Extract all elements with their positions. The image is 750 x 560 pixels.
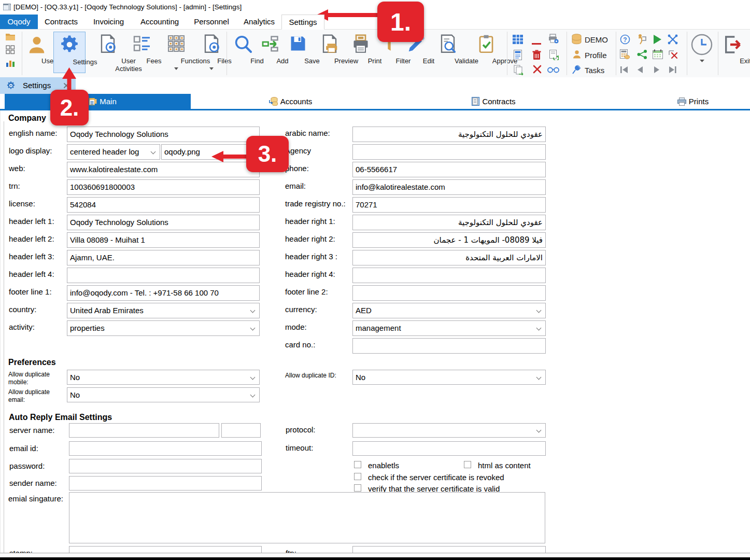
allow-duplicate-email-select[interactable]: No	[67, 387, 260, 402]
save-button[interactable]: Save	[284, 31, 312, 76]
add-button[interactable]: Add	[258, 31, 282, 76]
open-folder-icon[interactable]	[5, 32, 16, 43]
tab-accounts[interactable]: Accounts	[191, 94, 377, 109]
enabletls-checkbox[interactable]	[354, 461, 361, 468]
run-icon[interactable]	[653, 34, 662, 47]
exit-button[interactable]: Exit	[720, 31, 745, 76]
sender-name-input[interactable]	[69, 476, 262, 491]
delete-icon[interactable]	[532, 50, 541, 62]
mode-select[interactable]: management	[352, 320, 546, 336]
profile-icon[interactable]	[572, 49, 582, 61]
bar-chart-icon[interactable]	[6, 58, 15, 69]
check-revoked-checkbox[interactable]	[354, 473, 361, 480]
email-id-input[interactable]	[69, 441, 262, 456]
card-no-input[interactable]	[352, 338, 546, 354]
settings-button[interactable]: Settings	[53, 32, 86, 73]
nav-prev-icon[interactable]	[637, 66, 643, 75]
menu-settings[interactable]: Settings	[281, 15, 324, 30]
allow-duplicate-mobile-select[interactable]: No	[67, 370, 260, 385]
print-button[interactable]: Print	[347, 31, 375, 76]
english-name-input[interactable]: Oqody Technology Solutions	[67, 127, 260, 142]
html-as-content-checkbox[interactable]	[464, 461, 471, 468]
header-left-2-input[interactable]: Villa 08089 - Muihat 1	[67, 232, 260, 248]
presenter-icon[interactable]	[636, 34, 647, 47]
tab-main[interactable]: Main	[5, 94, 191, 109]
logo-display-select[interactable]: centered header log	[67, 144, 160, 160]
email-signature-textarea[interactable]	[69, 492, 545, 543]
nav-first-icon[interactable]	[620, 66, 628, 75]
clear-filter-icon[interactable]	[669, 50, 678, 61]
timeout-spinner[interactable]	[352, 441, 546, 456]
help-icon[interactable]: ?	[620, 34, 630, 47]
refresh-document-icon[interactable]	[548, 50, 559, 62]
protocol-select[interactable]	[352, 423, 546, 438]
calculator-icon[interactable]	[620, 49, 630, 62]
menu-accounting[interactable]: Accounting	[136, 15, 183, 29]
grid-icon[interactable]	[6, 45, 15, 57]
arabic-name-input[interactable]: عقودي للحلول التكنولوجية	[352, 127, 546, 142]
files-button[interactable]: Files	[199, 31, 224, 76]
password-input[interactable]	[69, 459, 262, 473]
footer-line-2-input[interactable]	[352, 285, 546, 301]
activity-select[interactable]: properties	[67, 320, 260, 336]
phone-input[interactable]: 06-5566617	[352, 162, 546, 177]
currency-select[interactable]: AED	[352, 303, 546, 318]
find-button[interactable]: Find	[229, 31, 257, 76]
tasks-pin-icon[interactable]	[572, 64, 582, 76]
functions-button[interactable]: Functions	[157, 31, 195, 76]
profile-label[interactable]: Profile	[585, 51, 607, 60]
footer-line-1-input[interactable]: info@oqody.com - Tel. : +971-58 66 100 7…	[67, 285, 260, 301]
database-icon[interactable]	[572, 34, 582, 47]
trade-registry-input[interactable]: 70271	[352, 197, 546, 213]
tasks-label[interactable]: Tasks	[585, 66, 604, 75]
tab-contracts[interactable]: Contracts	[377, 94, 563, 109]
agency-input[interactable]	[352, 144, 546, 160]
expand-icon[interactable]	[668, 34, 678, 47]
server-name-input[interactable]	[69, 423, 219, 438]
chevron-down-icon	[250, 375, 256, 380]
license-input[interactable]: 542084	[67, 197, 260, 213]
chevron-down-icon[interactable]	[700, 60, 704, 62]
users-button[interactable]: Users	[23, 31, 50, 76]
country-select[interactable]: United Arab Emirates	[67, 303, 260, 318]
demo-label[interactable]: DEMO	[585, 35, 608, 44]
nav-next-icon[interactable]	[654, 66, 660, 75]
fees-button[interactable]: Fees	[130, 31, 154, 76]
copy-icon[interactable]	[514, 65, 524, 77]
header-right-3-input[interactable]: الامارات العربية المتحدة	[352, 250, 546, 265]
time-icon[interactable]	[691, 34, 713, 58]
header-right-1-input[interactable]: عقودي للحلول التكنولوجية	[352, 215, 546, 230]
allow-duplicate-id-select[interactable]: No	[352, 370, 546, 385]
email-input[interactable]: info@kalotirealestate.com	[352, 179, 546, 195]
menu-analytics[interactable]: Analytics	[237, 15, 281, 29]
header-left-4-input[interactable]	[67, 268, 260, 283]
report-icon[interactable]	[514, 50, 522, 62]
header-right-4-input[interactable]	[352, 268, 546, 283]
menu-invoicing[interactable]: Invoicing	[87, 15, 131, 29]
trn-input[interactable]: 100360691800003	[67, 179, 260, 195]
chevron-down-icon	[209, 67, 214, 70]
nav-last-icon[interactable]	[669, 66, 676, 75]
validate-button[interactable]: Validate	[429, 31, 466, 76]
menu-oqody[interactable]: Oqody	[0, 15, 38, 29]
menu-contracts[interactable]: Contracts	[39, 15, 83, 29]
header-left-1-input[interactable]: Oqody Technology Solutions	[67, 215, 260, 230]
view-glasses-icon[interactable]	[547, 66, 560, 75]
table-icon[interactable]	[513, 35, 523, 46]
tab-prints[interactable]: Prints	[563, 94, 750, 109]
share-icon[interactable]	[637, 50, 647, 61]
menu-personnel[interactable]: Personnel	[189, 15, 234, 29]
status-bar	[0, 553, 750, 557]
header-left-3-input[interactable]: Ajamn, UAE.	[67, 250, 260, 265]
approve-button[interactable]: Approve	[468, 31, 505, 76]
calendar-icon[interactable]	[653, 49, 663, 62]
print-settings-icon[interactable]	[548, 34, 559, 46]
header-right-2-input[interactable]: فيلا 08089- المويهات 1 - عجمان	[352, 232, 546, 248]
remove-line-icon[interactable]	[532, 38, 541, 47]
header-right-4-label: header right 4:	[285, 270, 335, 278]
preview-button[interactable]: Preview	[313, 31, 346, 76]
cancel-x-icon[interactable]	[533, 65, 542, 76]
verify-valid-checkbox[interactable]	[354, 484, 361, 492]
user-activities-button[interactable]: User Activities	[87, 31, 129, 76]
server-port-input[interactable]	[221, 423, 261, 438]
